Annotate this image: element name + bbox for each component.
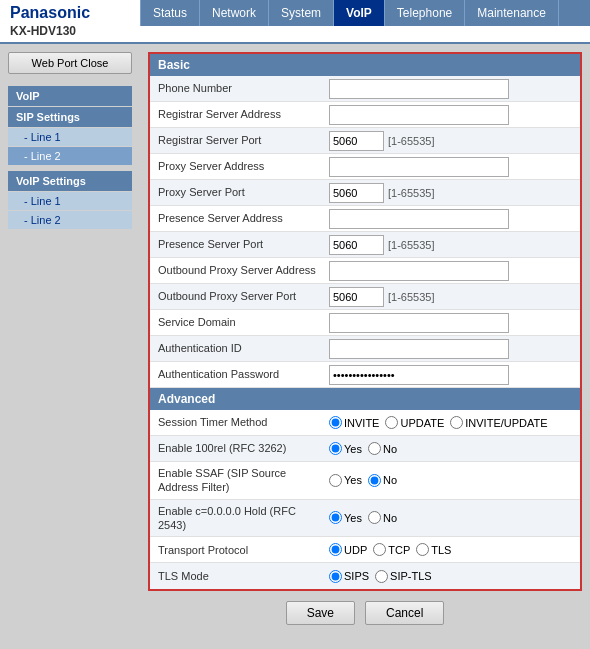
radio-session-timer: INVITE UPDATE INVITE/UPDATE	[329, 416, 548, 429]
field-ssaf: Enable SSAF (SIP Source Address Filter) …	[150, 462, 580, 500]
label-hold: Enable c=0.0.0.0 Hold (RFC 2543)	[150, 500, 325, 537]
field-presence-port: Presence Server Port [1-65535]	[150, 232, 580, 258]
radio-hold: Yes No	[329, 511, 397, 524]
cancel-button[interactable]: Cancel	[365, 601, 444, 625]
hint-proxy-port: [1-65535]	[388, 187, 434, 199]
field-proxy-port: Proxy Server Port [1-65535]	[150, 180, 580, 206]
sidebar-voip-line1[interactable]: - Line 1	[8, 192, 132, 210]
sidebar-sip-line2[interactable]: - Line 2	[8, 147, 132, 165]
field-transport: Transport Protocol UDP TCP TLS	[150, 537, 580, 563]
radio-100rel-no[interactable]: No	[368, 442, 397, 455]
radio-invite[interactable]: INVITE	[329, 416, 379, 429]
label-registrar-address: Registrar Server Address	[150, 103, 325, 125]
nav-maintenance[interactable]: Maintenance	[465, 0, 559, 26]
label-auth-id: Authentication ID	[150, 337, 325, 359]
nav-network[interactable]: Network	[200, 0, 269, 26]
radio-ssaf: Yes No	[329, 474, 397, 487]
sidebar-voip-label: VoIP	[8, 86, 132, 106]
save-button[interactable]: Save	[286, 601, 355, 625]
radio-tls-mode: SIPS SIP-TLS	[329, 570, 432, 583]
label-tls-mode: TLS Mode	[150, 565, 325, 587]
input-proxy-port[interactable]	[329, 183, 384, 203]
sidebar-voip-settings: VoIP Settings	[8, 171, 132, 191]
radio-ssaf-yes[interactable]: Yes	[329, 474, 362, 487]
field-auth-password: Authentication Password	[150, 362, 580, 388]
radio-transport: UDP TCP TLS	[329, 543, 451, 556]
input-service-domain[interactable]	[329, 313, 509, 333]
field-auth-id: Authentication ID	[150, 336, 580, 362]
field-100rel: Enable 100rel (RFC 3262) Yes No	[150, 436, 580, 462]
field-session-timer: Session Timer Method INVITE UPDATE INVIT…	[150, 410, 580, 436]
radio-invite-update[interactable]: INVITE/UPDATE	[450, 416, 547, 429]
label-service-domain: Service Domain	[150, 311, 325, 333]
field-registrar-port: Registrar Server Port [1-65535]	[150, 128, 580, 154]
input-auth-password[interactable]	[329, 365, 509, 385]
sidebar-sip-settings: SIP Settings	[8, 107, 132, 127]
hint-registrar-port: [1-65535]	[388, 135, 434, 147]
web-port-button[interactable]: Web Port Close	[8, 52, 132, 74]
label-transport: Transport Protocol	[150, 539, 325, 561]
field-phone-number: Phone Number	[150, 76, 580, 102]
input-proxy-address[interactable]	[329, 157, 509, 177]
input-presence-port[interactable]	[329, 235, 384, 255]
input-outbound-port[interactable]	[329, 287, 384, 307]
basic-section-header: Basic	[150, 54, 580, 76]
field-service-domain: Service Domain	[150, 310, 580, 336]
radio-update[interactable]: UPDATE	[385, 416, 444, 429]
field-outbound-address: Outbound Proxy Server Address	[150, 258, 580, 284]
field-outbound-port: Outbound Proxy Server Port [1-65535]	[150, 284, 580, 310]
model-label: KX-HDV130	[10, 24, 130, 38]
radio-hold-yes[interactable]: Yes	[329, 511, 362, 524]
input-phone-number[interactable]	[329, 79, 509, 99]
advanced-section-header: Advanced	[150, 388, 580, 410]
brand-logo: Panasonic	[10, 4, 130, 22]
label-100rel: Enable 100rel (RFC 3262)	[150, 437, 325, 459]
input-registrar-port[interactable]	[329, 131, 384, 151]
input-registrar-address[interactable]	[329, 105, 509, 125]
hint-outbound-port: [1-65535]	[388, 291, 434, 303]
nav-telephone[interactable]: Telephone	[385, 0, 465, 26]
label-session-timer: Session Timer Method	[150, 411, 325, 433]
label-presence-port: Presence Server Port	[150, 233, 325, 255]
nav-voip[interactable]: VoIP	[334, 0, 385, 26]
field-hold: Enable c=0.0.0.0 Hold (RFC 2543) Yes No	[150, 500, 580, 538]
radio-100rel: Yes No	[329, 442, 397, 455]
radio-hold-no[interactable]: No	[368, 511, 397, 524]
radio-tcp[interactable]: TCP	[373, 543, 410, 556]
radio-udp[interactable]: UDP	[329, 543, 367, 556]
radio-sip-tls[interactable]: SIP-TLS	[375, 570, 432, 583]
sidebar-voip-line2[interactable]: - Line 2	[8, 211, 132, 229]
input-outbound-address[interactable]	[329, 261, 509, 281]
label-presence-address: Presence Server Address	[150, 207, 325, 229]
radio-sips[interactable]: SIPS	[329, 570, 369, 583]
field-tls-mode: TLS Mode SIPS SIP-TLS	[150, 563, 580, 589]
nav-status[interactable]: Status	[140, 0, 200, 26]
input-auth-id[interactable]	[329, 339, 509, 359]
label-proxy-address: Proxy Server Address	[150, 155, 325, 177]
field-presence-address: Presence Server Address	[150, 206, 580, 232]
nav-system[interactable]: System	[269, 0, 334, 26]
label-phone-number: Phone Number	[150, 77, 325, 99]
field-registrar-address: Registrar Server Address	[150, 102, 580, 128]
field-proxy-address: Proxy Server Address	[150, 154, 580, 180]
hint-presence-port: [1-65535]	[388, 239, 434, 251]
label-outbound-port: Outbound Proxy Server Port	[150, 285, 325, 307]
label-proxy-port: Proxy Server Port	[150, 181, 325, 203]
radio-ssaf-no[interactable]: No	[368, 474, 397, 487]
label-auth-password: Authentication Password	[150, 363, 325, 385]
radio-tls[interactable]: TLS	[416, 543, 451, 556]
radio-100rel-yes[interactable]: Yes	[329, 442, 362, 455]
input-presence-address[interactable]	[329, 209, 509, 229]
label-outbound-address: Outbound Proxy Server Address	[150, 259, 325, 281]
label-registrar-port: Registrar Server Port	[150, 129, 325, 151]
sidebar-sip-line1[interactable]: - Line 1	[8, 128, 132, 146]
label-ssaf: Enable SSAF (SIP Source Address Filter)	[150, 462, 325, 499]
